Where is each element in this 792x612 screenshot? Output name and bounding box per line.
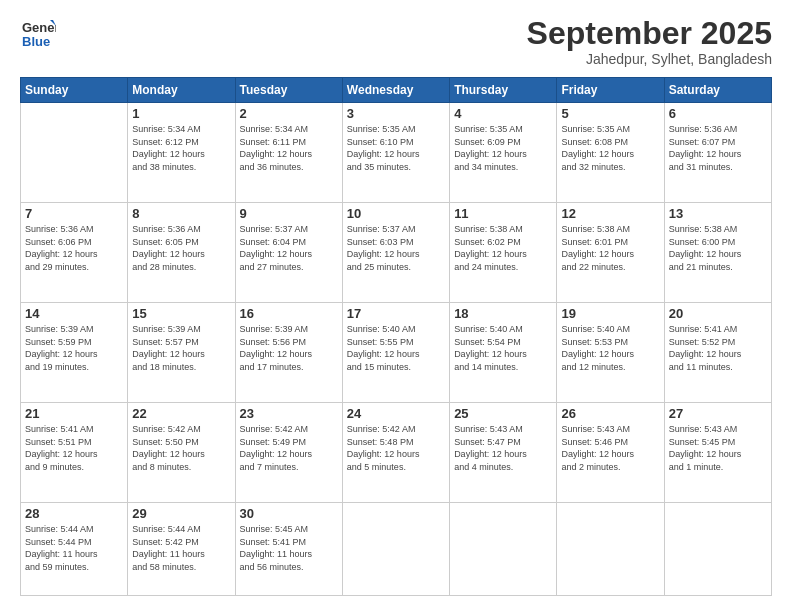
logo-svg: General Blue — [20, 16, 56, 52]
calendar-cell: 27Sunrise: 5:43 AM Sunset: 5:45 PM Dayli… — [664, 403, 771, 503]
weekday-thursday: Thursday — [450, 78, 557, 103]
cell-info: Sunrise: 5:43 AM Sunset: 5:47 PM Dayligh… — [454, 423, 552, 473]
calendar-cell: 29Sunrise: 5:44 AM Sunset: 5:42 PM Dayli… — [128, 503, 235, 596]
calendar-cell: 16Sunrise: 5:39 AM Sunset: 5:56 PM Dayli… — [235, 303, 342, 403]
cell-info: Sunrise: 5:38 AM Sunset: 6:00 PM Dayligh… — [669, 223, 767, 273]
cell-info: Sunrise: 5:34 AM Sunset: 6:12 PM Dayligh… — [132, 123, 230, 173]
cell-info: Sunrise: 5:35 AM Sunset: 6:08 PM Dayligh… — [561, 123, 659, 173]
logo: General Blue — [20, 16, 56, 52]
day-number: 1 — [132, 106, 230, 121]
calendar-table: SundayMondayTuesdayWednesdayThursdayFrid… — [20, 77, 772, 596]
weekday-wednesday: Wednesday — [342, 78, 449, 103]
calendar-week-3: 14Sunrise: 5:39 AM Sunset: 5:59 PM Dayli… — [21, 303, 772, 403]
calendar-week-1: 1Sunrise: 5:34 AM Sunset: 6:12 PM Daylig… — [21, 103, 772, 203]
calendar-cell: 26Sunrise: 5:43 AM Sunset: 5:46 PM Dayli… — [557, 403, 664, 503]
day-number: 25 — [454, 406, 552, 421]
svg-text:Blue: Blue — [22, 34, 50, 49]
cell-info: Sunrise: 5:44 AM Sunset: 5:44 PM Dayligh… — [25, 523, 123, 573]
svg-text:General: General — [22, 20, 56, 35]
day-number: 22 — [132, 406, 230, 421]
cell-info: Sunrise: 5:41 AM Sunset: 5:51 PM Dayligh… — [25, 423, 123, 473]
day-number: 29 — [132, 506, 230, 521]
weekday-monday: Monday — [128, 78, 235, 103]
cell-info: Sunrise: 5:38 AM Sunset: 6:01 PM Dayligh… — [561, 223, 659, 273]
cell-info: Sunrise: 5:39 AM Sunset: 5:59 PM Dayligh… — [25, 323, 123, 373]
cell-info: Sunrise: 5:36 AM Sunset: 6:06 PM Dayligh… — [25, 223, 123, 273]
cell-info: Sunrise: 5:42 AM Sunset: 5:48 PM Dayligh… — [347, 423, 445, 473]
calendar-cell: 8Sunrise: 5:36 AM Sunset: 6:05 PM Daylig… — [128, 203, 235, 303]
location: Jahedpur, Sylhet, Bangladesh — [527, 51, 772, 67]
cell-info: Sunrise: 5:37 AM Sunset: 6:04 PM Dayligh… — [240, 223, 338, 273]
calendar-cell: 20Sunrise: 5:41 AM Sunset: 5:52 PM Dayli… — [664, 303, 771, 403]
calendar-cell: 22Sunrise: 5:42 AM Sunset: 5:50 PM Dayli… — [128, 403, 235, 503]
calendar-cell: 11Sunrise: 5:38 AM Sunset: 6:02 PM Dayli… — [450, 203, 557, 303]
day-number: 16 — [240, 306, 338, 321]
calendar-cell — [557, 503, 664, 596]
day-number: 26 — [561, 406, 659, 421]
day-number: 3 — [347, 106, 445, 121]
calendar-body: 1Sunrise: 5:34 AM Sunset: 6:12 PM Daylig… — [21, 103, 772, 596]
header: General Blue September 2025 Jahedpur, Sy… — [20, 16, 772, 67]
day-number: 13 — [669, 206, 767, 221]
day-number: 4 — [454, 106, 552, 121]
calendar-cell: 4Sunrise: 5:35 AM Sunset: 6:09 PM Daylig… — [450, 103, 557, 203]
calendar-cell: 14Sunrise: 5:39 AM Sunset: 5:59 PM Dayli… — [21, 303, 128, 403]
calendar-cell: 9Sunrise: 5:37 AM Sunset: 6:04 PM Daylig… — [235, 203, 342, 303]
cell-info: Sunrise: 5:38 AM Sunset: 6:02 PM Dayligh… — [454, 223, 552, 273]
day-number: 7 — [25, 206, 123, 221]
calendar-cell: 28Sunrise: 5:44 AM Sunset: 5:44 PM Dayli… — [21, 503, 128, 596]
day-number: 23 — [240, 406, 338, 421]
weekday-tuesday: Tuesday — [235, 78, 342, 103]
calendar-cell: 18Sunrise: 5:40 AM Sunset: 5:54 PM Dayli… — [450, 303, 557, 403]
calendar-cell: 12Sunrise: 5:38 AM Sunset: 6:01 PM Dayli… — [557, 203, 664, 303]
cell-info: Sunrise: 5:35 AM Sunset: 6:09 PM Dayligh… — [454, 123, 552, 173]
cell-info: Sunrise: 5:42 AM Sunset: 5:49 PM Dayligh… — [240, 423, 338, 473]
day-number: 6 — [669, 106, 767, 121]
calendar-cell: 17Sunrise: 5:40 AM Sunset: 5:55 PM Dayli… — [342, 303, 449, 403]
calendar-week-5: 28Sunrise: 5:44 AM Sunset: 5:44 PM Dayli… — [21, 503, 772, 596]
calendar-cell: 19Sunrise: 5:40 AM Sunset: 5:53 PM Dayli… — [557, 303, 664, 403]
page: General Blue September 2025 Jahedpur, Sy… — [0, 0, 792, 612]
day-number: 11 — [454, 206, 552, 221]
cell-info: Sunrise: 5:45 AM Sunset: 5:41 PM Dayligh… — [240, 523, 338, 573]
calendar-cell: 1Sunrise: 5:34 AM Sunset: 6:12 PM Daylig… — [128, 103, 235, 203]
cell-info: Sunrise: 5:36 AM Sunset: 6:05 PM Dayligh… — [132, 223, 230, 273]
cell-info: Sunrise: 5:36 AM Sunset: 6:07 PM Dayligh… — [669, 123, 767, 173]
title-block: September 2025 Jahedpur, Sylhet, Banglad… — [527, 16, 772, 67]
calendar-cell: 5Sunrise: 5:35 AM Sunset: 6:08 PM Daylig… — [557, 103, 664, 203]
cell-info: Sunrise: 5:41 AM Sunset: 5:52 PM Dayligh… — [669, 323, 767, 373]
calendar-cell: 6Sunrise: 5:36 AM Sunset: 6:07 PM Daylig… — [664, 103, 771, 203]
day-number: 19 — [561, 306, 659, 321]
day-number: 2 — [240, 106, 338, 121]
day-number: 18 — [454, 306, 552, 321]
day-number: 5 — [561, 106, 659, 121]
cell-info: Sunrise: 5:44 AM Sunset: 5:42 PM Dayligh… — [132, 523, 230, 573]
day-number: 9 — [240, 206, 338, 221]
calendar-cell: 15Sunrise: 5:39 AM Sunset: 5:57 PM Dayli… — [128, 303, 235, 403]
day-number: 8 — [132, 206, 230, 221]
calendar-cell: 24Sunrise: 5:42 AM Sunset: 5:48 PM Dayli… — [342, 403, 449, 503]
calendar-cell: 25Sunrise: 5:43 AM Sunset: 5:47 PM Dayli… — [450, 403, 557, 503]
weekday-header-row: SundayMondayTuesdayWednesdayThursdayFrid… — [21, 78, 772, 103]
calendar-week-2: 7Sunrise: 5:36 AM Sunset: 6:06 PM Daylig… — [21, 203, 772, 303]
calendar-cell: 2Sunrise: 5:34 AM Sunset: 6:11 PM Daylig… — [235, 103, 342, 203]
calendar-cell: 23Sunrise: 5:42 AM Sunset: 5:49 PM Dayli… — [235, 403, 342, 503]
cell-info: Sunrise: 5:40 AM Sunset: 5:54 PM Dayligh… — [454, 323, 552, 373]
cell-info: Sunrise: 5:34 AM Sunset: 6:11 PM Dayligh… — [240, 123, 338, 173]
calendar-cell — [664, 503, 771, 596]
cell-info: Sunrise: 5:42 AM Sunset: 5:50 PM Dayligh… — [132, 423, 230, 473]
cell-info: Sunrise: 5:39 AM Sunset: 5:57 PM Dayligh… — [132, 323, 230, 373]
calendar-cell — [21, 103, 128, 203]
cell-info: Sunrise: 5:39 AM Sunset: 5:56 PM Dayligh… — [240, 323, 338, 373]
day-number: 27 — [669, 406, 767, 421]
day-number: 15 — [132, 306, 230, 321]
calendar-cell: 10Sunrise: 5:37 AM Sunset: 6:03 PM Dayli… — [342, 203, 449, 303]
weekday-friday: Friday — [557, 78, 664, 103]
cell-info: Sunrise: 5:35 AM Sunset: 6:10 PM Dayligh… — [347, 123, 445, 173]
day-number: 20 — [669, 306, 767, 321]
calendar-cell: 21Sunrise: 5:41 AM Sunset: 5:51 PM Dayli… — [21, 403, 128, 503]
calendar-cell — [342, 503, 449, 596]
calendar-week-4: 21Sunrise: 5:41 AM Sunset: 5:51 PM Dayli… — [21, 403, 772, 503]
cell-info: Sunrise: 5:43 AM Sunset: 5:46 PM Dayligh… — [561, 423, 659, 473]
cell-info: Sunrise: 5:43 AM Sunset: 5:45 PM Dayligh… — [669, 423, 767, 473]
